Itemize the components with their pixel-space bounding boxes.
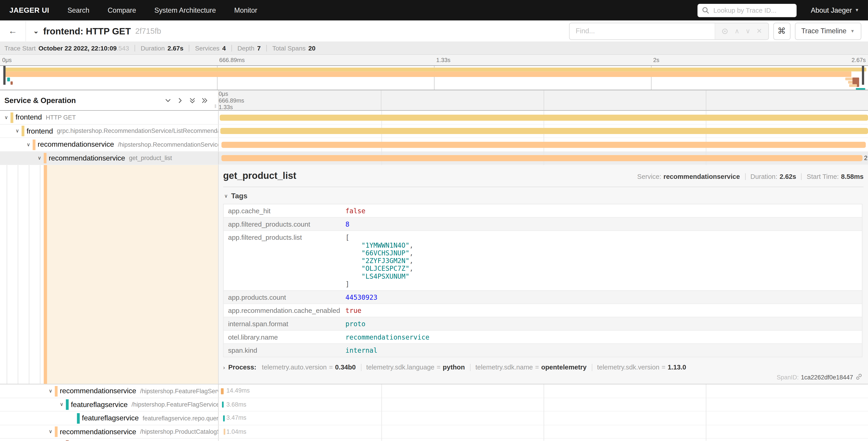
span-tree-cell[interactable]: ∨frontendgrpc.hipstershop.Recommendation…	[0, 124, 219, 138]
span-row[interactable]: ∨recommendationservice/hipstershop.Featu…	[0, 384, 868, 398]
process-key: telemetry.sdk.version	[597, 363, 659, 371]
deep-link-icon[interactable]	[855, 373, 863, 381]
span-tree-cell[interactable]: ∨recommendationservice/hipstershop.Produ…	[0, 425, 219, 439]
span-toggle-icon[interactable]: ∨	[4, 115, 8, 120]
trace-id-search[interactable]	[698, 4, 797, 17]
span-toggle-icon[interactable]: ∨	[27, 142, 30, 147]
keyboard-shortcuts-button[interactable]: ⌘	[773, 22, 790, 40]
span-tree-cell[interactable]: ∨recommendationservice/hipstershop.Recom…	[0, 138, 219, 151]
span-duration-bar[interactable]	[223, 415, 224, 421]
span-duration-bar[interactable]	[221, 388, 223, 394]
span-toggle-icon[interactable]: ∨	[49, 388, 52, 393]
span-duration-bar[interactable]	[220, 114, 868, 120]
trace-view-selector[interactable]: Trace Timeline ▼	[795, 22, 862, 40]
ruler-tick-label: 1.33s	[436, 57, 451, 63]
nav-item-system-architecture[interactable]: System Architecture	[154, 6, 216, 14]
span-id-row: SpanID:1ca2262df0e18447	[777, 373, 862, 381]
span-duration-bar[interactable]	[223, 429, 225, 435]
find-next-icon[interactable]: ∨	[746, 28, 750, 34]
span-timeline-cell[interactable]: 3.47ms	[219, 412, 868, 425]
find-prev-icon[interactable]: ∧	[735, 28, 740, 34]
find-input[interactable]	[569, 23, 715, 39]
collapse-one-icon[interactable]	[164, 97, 172, 104]
nav-item-compare[interactable]: Compare	[108, 6, 136, 14]
tag-row[interactable]: internal.span.formatproto	[223, 317, 862, 330]
timeline-ruler: 0μs666.89ms1.33s2s2.67s	[219, 90, 868, 111]
tag-row[interactable]: span.kindinternal	[223, 344, 862, 357]
minimap-right-handle[interactable]	[862, 66, 864, 85]
span-tree-cell[interactable]: ∨recommendationserviceget_product_list	[0, 151, 219, 165]
span-row[interactable]: ∨featureflagservice/hipstershop.FeatureF…	[0, 398, 868, 412]
span-row[interactable]: ∨recommendationservice/hipstershop.Produ…	[0, 425, 868, 439]
meta-label: Service:	[637, 173, 661, 180]
locate-icon[interactable]	[721, 27, 728, 35]
span-row[interactable]: featureflagservicefeatureflagservice.rep…	[0, 412, 868, 425]
json-string: "66VCHSJNUP"	[345, 249, 409, 257]
expand-all-icon[interactable]	[201, 97, 208, 104]
back-button[interactable]: ←	[0, 21, 26, 42]
service-color-bar	[55, 386, 57, 396]
span-toggle-icon[interactable]: ∨	[37, 155, 41, 161]
tag-key: otel.library.name	[223, 331, 341, 344]
span-tree-cell[interactable]: ∨frontendHTTP GET	[0, 111, 219, 124]
service-color-bar	[10, 112, 13, 122]
span-timeline-cell[interactable]: 1.04ms	[219, 425, 868, 439]
span-tree-cell[interactable]: ∨featureflagservice/hipstershop.FeatureF…	[0, 398, 219, 412]
span-timeline-cell[interactable]: 2.62s	[219, 151, 868, 165]
tag-row[interactable]: app.filtered_products.count8	[223, 217, 862, 231]
trace-minimap[interactable]	[0, 65, 868, 90]
service-name: frontend	[27, 127, 53, 135]
about-jaeger-menu[interactable]: About Jaeger ▼	[811, 6, 859, 14]
minimap-left-handle[interactable]	[3, 66, 6, 85]
span-row[interactable]: ∨frontendHTTP GET	[0, 111, 868, 124]
tag-row[interactable]: app.recommendation.cache_enabledtrue	[223, 303, 862, 317]
process-field: telemetry.sdk.name=opentelemetry	[475, 363, 587, 371]
span-duration-bar[interactable]	[221, 142, 866, 148]
trace-stat: Duration2.67s	[141, 45, 184, 51]
stat-label: Total Spans	[273, 45, 306, 51]
span-duration-bar[interactable]	[221, 155, 863, 161]
span-row[interactable]: ∨frontendgrpc.hipstershop.Recommendation…	[0, 124, 868, 138]
nav-item-monitor[interactable]: Monitor	[234, 6, 257, 14]
span-row[interactable]: ∨recommendationserviceget_product_list2.…	[0, 151, 868, 165]
span-timeline-cell[interactable]	[219, 124, 868, 138]
span-timeline-cell[interactable]	[219, 111, 868, 124]
span-duration-bar[interactable]	[222, 402, 223, 408]
trace-id-search-input[interactable]	[712, 6, 792, 15]
tags-section-toggle[interactable]: ∨Tags	[224, 192, 864, 200]
collapse-all-icon[interactable]	[189, 97, 196, 104]
service-name: recommendationservice	[60, 387, 136, 395]
jaeger-logo[interactable]: JAEGER UI	[9, 6, 49, 14]
span-duration-bar[interactable]	[220, 128, 868, 134]
span-toggle-icon[interactable]: ∨	[49, 429, 52, 434]
tag-row[interactable]: app.filtered_products.list[ "1YMWWN1N4O"…	[223, 231, 862, 290]
span-timeline-cell[interactable]: 14.49ms	[219, 384, 868, 398]
process-row[interactable]: ›Process:telemetry.auto.version=0.34b0te…	[223, 363, 864, 371]
nav-item-search[interactable]: Search	[67, 6, 89, 14]
column-resize-handle[interactable]: ‖	[214, 104, 217, 109]
equals-sign: =	[662, 363, 665, 371]
span-row[interactable]: ∨recommendationservice/hipstershop.Recom…	[0, 138, 868, 151]
span-tree-cell[interactable]	[0, 439, 219, 441]
ruler-tick-label: 666.89ms	[219, 57, 245, 63]
span-toggle-icon[interactable]: ∨	[60, 402, 63, 407]
span-tree-cell[interactable]: ∨recommendationservice/hipstershop.Featu…	[0, 384, 219, 398]
stat-divider	[135, 45, 135, 51]
tag-row[interactable]: app.cache_hitfalse	[223, 204, 862, 217]
span-row[interactable]	[0, 439, 868, 441]
service-color-bar	[66, 440, 68, 441]
span-tree-cell[interactable]: featureflagservicefeatureflagservice.rep…	[0, 412, 219, 425]
expand-one-icon[interactable]	[177, 97, 184, 104]
span-timeline-cell[interactable]	[219, 138, 868, 151]
find-clear-icon[interactable]: ✕	[756, 28, 762, 34]
span-timeline-cell[interactable]	[219, 439, 868, 441]
ruler-tick-label: 2.67s	[851, 57, 866, 63]
meta-value: 2.62s	[779, 173, 796, 180]
tag-row[interactable]: app.products.count44530923	[223, 290, 862, 303]
collapse-trace-icon[interactable]: ⌄	[33, 27, 39, 35]
trace-id: 2f715fb	[135, 27, 161, 35]
tag-row[interactable]: otel.library.namerecommendationservice	[223, 330, 862, 344]
span-rows: ∨frontendHTTP GET∨frontendgrpc.hipstersh…	[0, 111, 868, 441]
span-toggle-icon[interactable]: ∨	[16, 128, 19, 134]
span-timeline-cell[interactable]: 3.68ms	[219, 398, 868, 412]
